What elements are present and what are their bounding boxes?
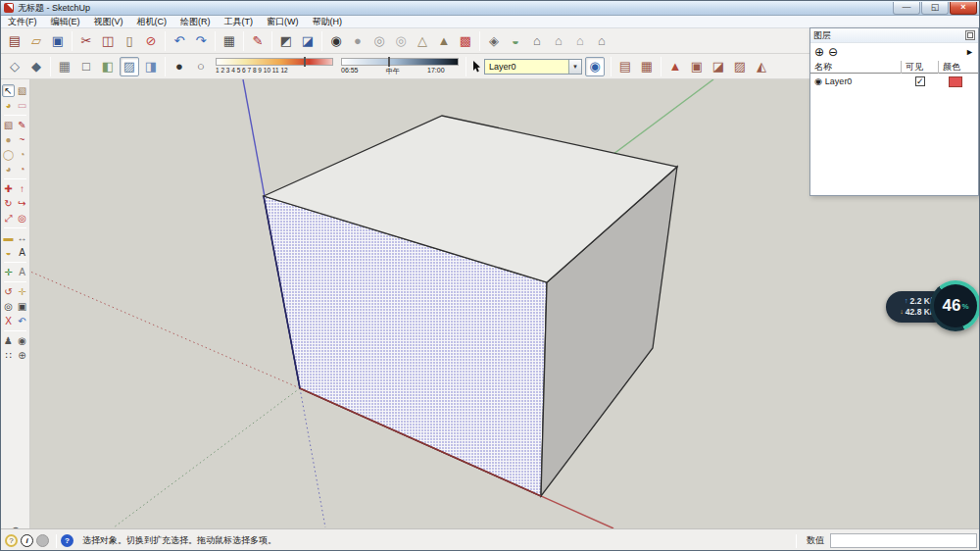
date-slider-track[interactable] [216,58,333,66]
accelerator-percent-widget[interactable]: 46% [930,280,980,331]
minimize-button[interactable]: — [893,2,920,15]
view-left-icon[interactable]: ⌂ [570,31,590,51]
cone-icon[interactable]: ▲ [434,31,454,51]
new-icon[interactable]: ▤ [5,31,24,51]
sandbox-smoove-icon[interactable]: ▲ [665,57,685,76]
select-icon[interactable]: ↖ [2,84,15,97]
pie-icon[interactable]: ◕ [2,163,15,175]
line-icon[interactable]: ✎ [16,119,28,131]
style-edges-icon[interactable]: ◇ [5,57,24,76]
cone-outline-icon[interactable]: △ [413,31,432,51]
3d-text-icon[interactable]: A [16,266,28,278]
shadow-time-slider[interactable]: 06:55 中午 17:00 [341,57,459,76]
sphere-icon[interactable]: ● [348,31,368,51]
circle-icon[interactable]: ● [2,133,15,146]
paste-icon[interactable]: ▯ [120,31,139,51]
redo-icon[interactable]: ↷ [191,31,211,51]
undo-icon[interactable]: ↶ [170,31,189,51]
date-slider-handle[interactable] [304,57,306,67]
print-icon[interactable]: ▦ [220,31,239,51]
zoom-icon[interactable]: ◎ [2,300,15,313]
remove-layer-button[interactable]: ⊖ [828,46,838,58]
scale-icon[interactable]: ⤢ [2,212,15,225]
column-header-name[interactable]: 名称 [814,61,901,74]
measurement-input[interactable] [830,533,977,548]
push-pull-icon[interactable]: ↑ [16,182,28,195]
menu-help[interactable]: 帮助(H) [306,16,350,27]
column-header-color[interactable]: 颜色 [938,61,971,74]
panel-rollup-button[interactable] [965,30,975,40]
layer-combobox-dropdown-icon[interactable]: ▼ [568,60,581,74]
menu-window[interactable]: 窗口(W) [260,16,306,27]
view-top-icon[interactable]: ◒ [506,31,525,51]
section-plane-icon[interactable]: ⊕ [16,349,28,362]
paint-bucket-icon[interactable]: ◕ [2,99,15,112]
arc-icon[interactable]: ◔ [16,148,28,161]
view-right-icon[interactable]: ⌂ [592,31,612,51]
text-icon[interactable]: A [16,246,28,259]
people-a-icon[interactable]: ◎ [369,31,389,51]
restore-button[interactable]: ◱ [921,2,949,15]
orbit-icon[interactable]: ↺ [2,285,15,298]
style-monochrome-icon[interactable]: ◨ [141,57,161,76]
texture-icon[interactable]: ▩ [456,31,475,51]
sandbox-from-contours-icon[interactable]: ▤ [615,57,635,76]
style-shaded-textures-icon[interactable]: ▨ [120,57,139,76]
menu-file[interactable]: 文件(F) [1,16,44,27]
credits-status-icon[interactable]: i [21,534,33,547]
shadow-dialog-icon[interactable]: ● [170,57,189,76]
make-component-icon[interactable]: ▧ [16,84,28,97]
layer-manager-button[interactable]: ◉ [585,57,605,76]
curve-icon[interactable]: ◔ [16,163,28,175]
layer-color-swatch[interactable] [949,76,962,87]
follow-me-icon[interactable]: ↪ [16,197,28,210]
polygon-icon[interactable]: ◯ [2,148,15,161]
style-profiles-icon[interactable]: ◆ [26,57,46,76]
axes-icon[interactable]: ✛ [2,266,15,278]
sandbox-stamp-icon[interactable]: ▣ [687,57,707,76]
pan-icon[interactable]: ✛ [16,285,28,298]
menu-edit[interactable]: 编辑(E) [44,16,87,27]
copy-icon[interactable]: ◫ [98,31,118,51]
shadow-toggle-icon[interactable]: ○ [191,57,211,76]
position-camera-icon[interactable]: ♟ [2,334,15,347]
zoom-window-icon[interactable]: ▣ [16,300,28,313]
help-icon[interactable]: ? [61,534,74,547]
layer-active-radio[interactable]: ◉ [814,76,822,86]
shadow-date-slider[interactable]: 1 2 3 4 5 6 7 8 9 10 11 12 [216,57,333,76]
close-button[interactable]: × [950,2,977,15]
sandbox-drape-icon[interactable]: ◪ [709,57,728,76]
menu-draw[interactable]: 绘图(R) [173,16,218,27]
time-slider-track[interactable] [341,58,459,66]
freehand-icon[interactable]: ~ [16,133,28,146]
rotate-icon[interactable]: ↻ [2,197,15,210]
people-b-icon[interactable]: ◎ [391,31,411,51]
cut-icon[interactable]: ✂ [76,31,96,51]
sign-in-status-icon[interactable] [36,534,49,547]
open-icon[interactable]: ▱ [26,31,46,51]
model-info-icon[interactable]: ✎ [248,31,268,51]
view-back-icon[interactable]: ⌂ [549,31,568,51]
layer-row[interactable]: ◉ Layer0 ✓ [810,74,978,89]
interact-icon[interactable]: ◉ [326,31,346,51]
geolocation-status-icon[interactable]: ? [5,534,18,547]
tape-measure-icon[interactable]: ▬ [2,231,15,244]
menu-tools[interactable]: 工具(T) [218,16,261,27]
style-shaded-icon[interactable]: ◧ [98,57,118,76]
zoom-previous-icon[interactable]: ↶ [16,315,28,327]
sandbox-add-detail-icon[interactable]: ▨ [730,57,750,76]
protractor-icon[interactable]: ◒ [2,246,15,259]
move-icon[interactable]: ✚ [2,182,15,195]
offset-icon[interactable]: ◎ [16,212,28,225]
sandbox-from-scratch-icon[interactable]: ▦ [637,57,657,76]
style-wireframe-icon[interactable]: ▦ [55,57,74,76]
walk-icon[interactable]: ∷ [2,349,15,362]
layer-combobox[interactable]: Layer0 ▼ [484,59,582,75]
menu-view[interactable]: 视图(V) [87,16,130,27]
style-hidden-line-icon[interactable]: □ [76,57,96,76]
make-component-icon[interactable]: ◩ [276,31,296,51]
look-around-icon[interactable]: ◉ [16,334,28,347]
layer-visible-checkbox[interactable]: ✓ [915,76,925,86]
add-layer-button[interactable]: ⊕ [814,46,824,58]
layer-name[interactable]: Layer0 [825,76,902,86]
